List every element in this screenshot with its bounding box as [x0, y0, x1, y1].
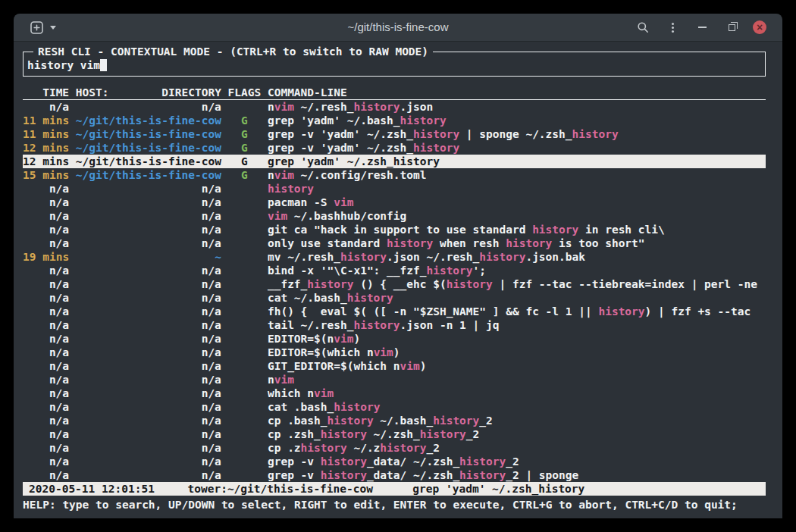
- search-button[interactable]: [635, 19, 651, 36]
- search-match: history: [380, 442, 426, 454]
- directory-cell: n/a: [76, 373, 221, 386]
- search-match: history: [334, 401, 380, 413]
- directory-cell: n/a: [76, 468, 221, 482]
- status-bar: 2020-05-11 12:01:51tower:~/git/this-is-f…: [23, 482, 766, 496]
- history-row[interactable]: n/an/atail ~/.resh_history.json -n 1 | j…: [23, 318, 766, 332]
- history-row[interactable]: n/an/a__fzf_history () { __ehc $(history…: [23, 277, 766, 291]
- history-row[interactable]: n/an/anvim ~/.resh_history.json: [23, 100, 766, 114]
- status-location: tower:~/git/this-is-fine-cow: [188, 483, 373, 495]
- history-row[interactable]: n/an/aEDITOR=$(nvim): [23, 332, 766, 346]
- search-match: history: [353, 319, 400, 331]
- history-row[interactable]: n/an/acp .zhistory ~/.zhistory_2: [23, 441, 766, 455]
- directory-cell: n/a: [76, 400, 221, 414]
- restore-button[interactable]: [723, 19, 740, 36]
- history-row[interactable]: n/an/apacman -S vim: [23, 196, 766, 209]
- history-row[interactable]: n/an/acp .bash_history ~/.bash_history_2: [23, 414, 766, 427]
- search-match: history: [301, 442, 347, 454]
- command-cell: __fzf_history () { __ehc $(history | fzf…: [268, 277, 757, 291]
- history-row[interactable]: n/an/ahistory: [23, 182, 766, 196]
- directory-cell: ~/git/this-is-fine-cow: [76, 141, 221, 155]
- history-row[interactable]: n/an/avim ~/.bashhub/config: [23, 209, 766, 223]
- search-match: history: [572, 128, 619, 140]
- directory-cell: n/a: [76, 305, 221, 318]
- menu-kebab-icon: [672, 27, 674, 29]
- command-cell: grep -v 'yadm' ~/.zsh_history: [268, 141, 459, 155]
- header-time: TIME: [23, 86, 69, 99]
- time-cell: n/a: [23, 223, 69, 236]
- dropdown-caret-icon[interactable]: [50, 26, 56, 30]
- command-cell: EDITOR=$(which nvim): [268, 346, 400, 359]
- search-match: vim: [274, 169, 294, 181]
- command-cell: tail ~/.resh_history.json -n 1 | jq: [268, 318, 500, 332]
- directory-cell: n/a: [76, 264, 221, 277]
- search-match: history: [426, 264, 472, 277]
- command-cell: fh() { eval $( ([ -n "$ZSH_NAME" ] && fc…: [268, 305, 751, 318]
- search-match: history: [459, 455, 506, 468]
- close-icon: ×: [757, 22, 763, 33]
- history-row[interactable]: 19 mins~mv ~/.resh_history.json ~/.resh_…: [23, 250, 766, 264]
- command-cell: cp .bash_history ~/.bash_history_2: [268, 414, 493, 427]
- directory-cell: ~/git/this-is-fine-cow: [76, 114, 221, 127]
- history-row[interactable]: 12 mins~/git/this-is-fine-cowGgrep -v 'y…: [23, 141, 766, 155]
- history-row[interactable]: n/an/anvim: [23, 373, 766, 386]
- history-row[interactable]: n/an/acat ~/.bash_history: [23, 291, 766, 305]
- history-row[interactable]: n/an/awhich nvim: [23, 386, 766, 400]
- command-cell: pacman -S vim: [268, 196, 354, 209]
- new-tab-button[interactable]: [30, 20, 44, 35]
- search-match: history: [479, 251, 525, 263]
- command-cell: GIT_EDITOR=$(which nvim): [268, 359, 427, 373]
- search-query-input[interactable]: history vim: [27, 58, 107, 72]
- search-icon: [637, 21, 649, 33]
- directory-cell: n/a: [76, 441, 221, 455]
- directory-cell: n/a: [76, 182, 221, 196]
- titlebar-right-controls: ×: [635, 14, 782, 41]
- history-row[interactable]: n/an/afh() { eval $( ([ -n "$ZSH_NAME" ]…: [23, 305, 766, 318]
- time-cell: n/a: [23, 100, 69, 114]
- history-row[interactable]: n/an/acp .zsh_history ~/.zsh_history_2: [23, 427, 766, 441]
- history-row[interactable]: n/an/abind -x '"\C-x1": __fzf_history';: [23, 264, 766, 277]
- terminal-window: ~/git/this-is-fine-cow ×: [14, 14, 782, 518]
- time-cell: n/a: [23, 291, 69, 305]
- table-header: TIMEHOST: DIRECTORYFLAGSCOMMAND-LINE: [23, 86, 766, 100]
- search-match: history: [307, 278, 353, 290]
- history-row[interactable]: 11 mins~/git/this-is-fine-cowGgrep 'yadm…: [23, 114, 766, 127]
- search-match: history: [532, 224, 578, 236]
- command-cell: grep -v history_data/ ~/.zsh_history_2: [268, 455, 519, 468]
- history-row[interactable]: n/an/agrep -v history_data/ ~/.zsh_histo…: [23, 455, 766, 468]
- history-row[interactable]: n/an/aEDITOR=$(which nvim): [23, 346, 766, 359]
- close-button[interactable]: ×: [753, 20, 766, 34]
- command-cell: EDITOR=$(nvim): [268, 332, 360, 346]
- history-row[interactable]: 11 mins~/git/this-is-fine-cowGgrep -v 'y…: [23, 127, 766, 141]
- directory-cell: n/a: [76, 236, 221, 250]
- search-match: history: [321, 455, 367, 468]
- menu-button[interactable]: [664, 19, 681, 36]
- history-row[interactable]: n/an/aonly use standard history when res…: [23, 236, 766, 250]
- flags-cell: G: [228, 155, 262, 168]
- time-cell: n/a: [23, 373, 69, 386]
- command-cell: grep -v history_data/ ~/.zsh_history_2 |…: [268, 468, 578, 482]
- search-match: history: [268, 183, 314, 195]
- time-cell: n/a: [23, 209, 69, 223]
- minimize-button[interactable]: [694, 19, 710, 36]
- flags-cell: G: [228, 141, 262, 155]
- history-row[interactable]: n/an/aGIT_EDITOR=$(which nvim): [23, 359, 766, 373]
- time-cell: n/a: [23, 332, 69, 346]
- history-row[interactable]: n/an/acat .bash_history: [23, 400, 766, 414]
- time-cell: n/a: [23, 414, 69, 427]
- search-match: history: [420, 428, 466, 440]
- search-match: history: [598, 305, 644, 318]
- resh-box-title: RESH CLI - CONTEXTUAL MODE - (CTRL+R to …: [33, 45, 433, 58]
- history-row[interactable]: n/an/agrep -v history_data/ ~/.zsh_histo…: [23, 468, 766, 482]
- search-match: history: [506, 237, 552, 249]
- history-row[interactable]: 15 mins~/git/this-is-fine-cowGnvim ~/.co…: [23, 168, 766, 182]
- history-row[interactable]: n/an/agit ca "hack in support to use sta…: [23, 223, 766, 236]
- directory-cell: n/a: [76, 346, 221, 359]
- time-cell: 11 mins: [23, 114, 69, 127]
- directory-cell: n/a: [76, 359, 221, 373]
- history-row-selected[interactable]: 12 mins~/git/this-is-fine-cowGgrep 'yadm…: [23, 155, 766, 168]
- time-cell: 19 mins: [23, 250, 69, 264]
- resh-search-box: RESH CLI - CONTEXTUAL MODE - (CTRL+R to …: [23, 52, 766, 77]
- time-cell: n/a: [23, 277, 69, 291]
- command-cell: vim ~/.bashhub/config: [268, 209, 406, 223]
- flags-cell: G: [228, 168, 262, 182]
